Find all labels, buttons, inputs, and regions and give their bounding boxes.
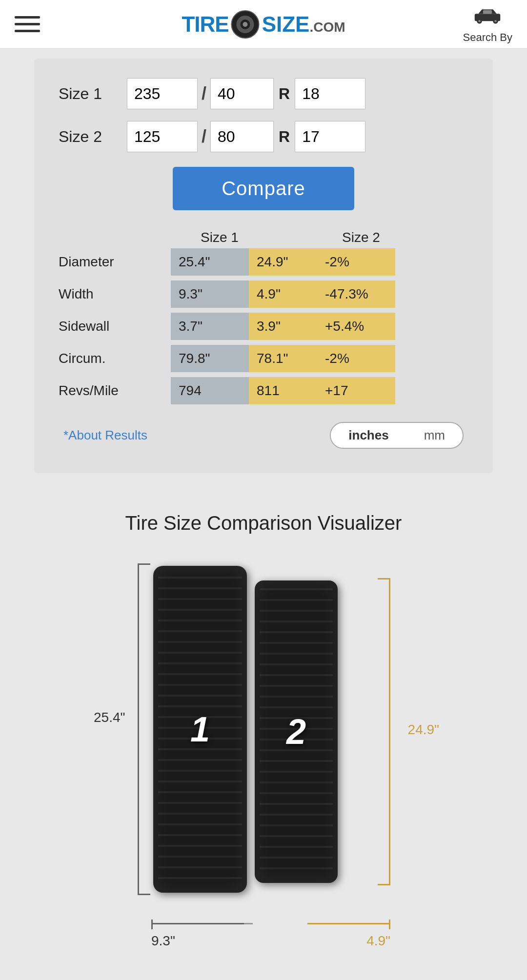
logo-size-text: SIZE.com: [262, 12, 345, 37]
revs-diff: +17: [317, 377, 395, 404]
separator1: /: [202, 83, 206, 104]
bottom-bracket-width2: [307, 923, 390, 924]
search-by-button[interactable]: Search By: [463, 5, 513, 44]
tire1-wrap: 1: [151, 563, 249, 895]
sidewall-size2: 3.9": [249, 313, 317, 340]
size1-ratio-input[interactable]: [210, 78, 274, 109]
unit-inches-button[interactable]: inches: [331, 423, 406, 448]
label-revs: Revs/Mile: [59, 383, 171, 399]
sidewall-diff: +5.4%: [317, 313, 395, 340]
results-row-sidewall: Sidewall 3.7" 3.9" +5.4%: [59, 313, 468, 340]
search-by-label: Search By: [463, 31, 513, 44]
dim-height2-label: 24.9": [408, 722, 439, 738]
diameter-size1: 25.4": [171, 248, 249, 276]
tire1-visual: 1: [153, 566, 247, 893]
header: TIRE SIZE.com Search By: [0, 0, 527, 49]
car-icon: [473, 5, 502, 28]
compare-btn-wrap: Compare: [59, 167, 468, 210]
compare-button[interactable]: Compare: [173, 167, 354, 210]
diameter-size2: 24.9": [249, 248, 317, 276]
unit-mm-button[interactable]: mm: [406, 423, 463, 448]
svg-point-3: [243, 22, 248, 27]
results-row-revs: Revs/Mile 794 811 +17: [59, 377, 468, 404]
col-header-size1: Size 1: [171, 230, 268, 245]
size2-label: Size 2: [59, 128, 127, 146]
tire2-number: 2: [286, 712, 306, 752]
about-results-link[interactable]: *About Results: [63, 428, 147, 443]
tire2-wrap: 2: [253, 578, 340, 885]
tire1-number: 1: [190, 709, 210, 749]
visualizer-container: 1 2 25.4" 24.9" 9.3" 4.9": [127, 563, 400, 924]
visualizer-section: Tire Size Comparison Visualizer 1 2 25.4…: [0, 488, 527, 954]
results-header-row: Size 1 Size 2: [59, 230, 468, 245]
circum-size2: 78.1": [249, 345, 317, 372]
svg-point-8: [495, 20, 497, 22]
size2-row: Size 2 / R: [59, 121, 468, 152]
svg-point-7: [479, 20, 481, 22]
revs-size1: 794: [171, 377, 249, 404]
width-connector: [244, 923, 253, 924]
size1-label: Size 1: [59, 85, 127, 103]
width-size1: 9.3": [171, 280, 249, 308]
hamburger-menu[interactable]: [15, 16, 40, 32]
site-logo: TIRE SIZE.com: [182, 10, 345, 39]
bracket-left: [138, 563, 150, 895]
sidewall-size1: 3.7": [171, 313, 249, 340]
bottom-bracket-width1: [151, 923, 245, 924]
size1-width-input[interactable]: [127, 78, 198, 109]
label-sidewall: Sidewall: [59, 319, 171, 334]
col-header-size2: Size 2: [268, 230, 444, 245]
width-diff: -47.3%: [317, 280, 395, 308]
bracket-right: [378, 578, 390, 885]
logo-tire-text: TIRE: [182, 12, 228, 37]
size1-r-label: R: [279, 85, 290, 103]
separator2: /: [202, 126, 206, 147]
results-row-diameter: Diameter 25.4" 24.9" -2%: [59, 248, 468, 276]
width-size2: 4.9": [249, 280, 317, 308]
units-toggle: inches mm: [330, 422, 464, 449]
size2-r-label: R: [279, 128, 290, 146]
tire2-visual: 2: [255, 580, 338, 883]
about-units-row: *About Results inches mm: [59, 422, 468, 449]
size1-diameter-input[interactable]: [295, 78, 365, 109]
label-width: Width: [59, 286, 171, 302]
size2-ratio-input[interactable]: [210, 121, 274, 152]
dim-height1-label: 25.4": [94, 710, 125, 725]
logo-tire-icon: [231, 10, 260, 39]
visualizer-title: Tire Size Comparison Visualizer: [0, 512, 527, 534]
results-row-circum: Circum. 79.8" 78.1" -2%: [59, 345, 468, 372]
circum-diff: -2%: [317, 345, 395, 372]
label-diameter: Diameter: [59, 254, 171, 270]
size2-diameter-input[interactable]: [295, 121, 365, 152]
svg-rect-9: [483, 10, 492, 14]
size2-width-input[interactable]: [127, 121, 198, 152]
circum-size1: 79.8": [171, 345, 249, 372]
main-card: Size 1 / R Size 2 / R Compare Size 1 Siz…: [34, 59, 493, 473]
label-circum: Circum.: [59, 351, 171, 366]
results-row-width: Width 9.3" 4.9" -47.3%: [59, 280, 468, 308]
size1-row: Size 1 / R: [59, 78, 468, 109]
diameter-diff: -2%: [317, 248, 395, 276]
revs-size2: 811: [249, 377, 317, 404]
dim-width2-label: 4.9": [366, 933, 390, 949]
dim-width1-label: 9.3": [151, 933, 175, 949]
results-section: Size 1 Size 2 Diameter 25.4" 24.9" -2% W…: [59, 230, 468, 404]
